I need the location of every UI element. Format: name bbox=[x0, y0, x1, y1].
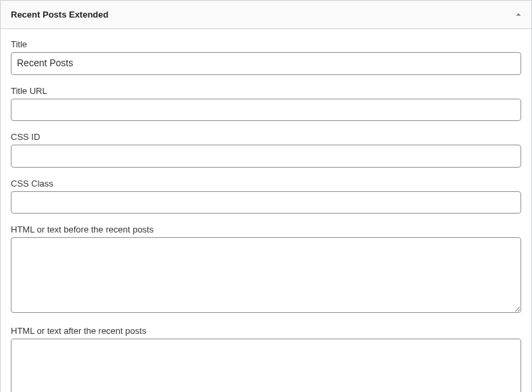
after-html-textarea[interactable] bbox=[11, 339, 521, 392]
css-id-input[interactable] bbox=[11, 145, 521, 168]
before-html-textarea[interactable] bbox=[11, 237, 521, 313]
field-title-group: Title bbox=[11, 39, 521, 75]
field-after-html-label: HTML or text after the recent posts bbox=[11, 326, 521, 336]
field-after-html-group: HTML or text after the recent posts bbox=[11, 326, 521, 392]
field-css-id-label: CSS ID bbox=[11, 132, 521, 142]
field-title-url-group: Title URL bbox=[11, 86, 521, 122]
widget-title: Recent Posts Extended bbox=[1, 9, 109, 20]
field-title-label: Title bbox=[11, 39, 521, 49]
widget-body: Title Title URL CSS ID CSS Class HTML or… bbox=[1, 29, 531, 392]
collapse-toggle-icon[interactable] bbox=[506, 1, 531, 29]
field-before-html-group: HTML or text before the recent posts bbox=[11, 224, 521, 315]
title-input[interactable] bbox=[11, 52, 521, 75]
chevron-up-icon bbox=[514, 11, 523, 19]
field-before-html-label: HTML or text before the recent posts bbox=[11, 224, 521, 235]
field-title-url-label: Title URL bbox=[11, 86, 521, 96]
field-css-class-group: CSS Class bbox=[11, 178, 521, 214]
field-css-id-group: CSS ID bbox=[11, 132, 521, 168]
widget-header[interactable]: Recent Posts Extended bbox=[1, 1, 531, 29]
widget-panel: Recent Posts Extended Title Title URL CS… bbox=[0, 0, 532, 392]
title-url-input[interactable] bbox=[11, 99, 521, 122]
field-css-class-label: CSS Class bbox=[11, 178, 521, 189]
css-class-input[interactable] bbox=[11, 191, 521, 214]
